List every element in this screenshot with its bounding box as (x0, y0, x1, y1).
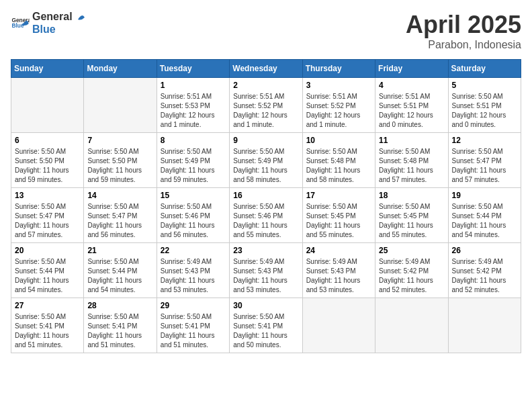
calendar-cell: 2Sunrise: 5:51 AMSunset: 5:52 PMDaylight… (230, 78, 302, 133)
calendar-cell: 4Sunrise: 5:51 AMSunset: 5:51 PMDaylight… (375, 78, 448, 133)
day-detail: Sunrise: 5:50 AMSunset: 5:41 PMDaylight:… (233, 312, 298, 350)
logo: General Blue General Blue (11, 11, 86, 36)
calendar-cell: 22Sunrise: 5:49 AMSunset: 5:43 PMDayligh… (157, 243, 229, 298)
day-detail: Sunrise: 5:50 AMSunset: 5:44 PMDaylight:… (15, 257, 80, 295)
page-header: General Blue General Blue April 2025 Par… (11, 11, 521, 51)
day-number: 20 (15, 246, 80, 255)
week-row-3: 13Sunrise: 5:50 AMSunset: 5:47 PMDayligh… (11, 188, 521, 243)
day-number: 23 (233, 246, 298, 255)
calendar-table: SundayMondayTuesdayWednesdayThursdayFrid… (11, 59, 521, 353)
day-number: 14 (87, 191, 152, 200)
day-detail: Sunrise: 5:50 AMSunset: 5:50 PMDaylight:… (87, 147, 152, 185)
day-number: 10 (306, 136, 371, 145)
day-detail: Sunrise: 5:50 AMSunset: 5:41 PMDaylight:… (87, 312, 152, 350)
calendar-cell: 21Sunrise: 5:50 AMSunset: 5:44 PMDayligh… (84, 243, 157, 298)
svg-text:Blue: Blue (11, 22, 24, 29)
calendar-cell: 17Sunrise: 5:50 AMSunset: 5:45 PMDayligh… (302, 188, 375, 243)
logo-text: General Blue (32, 11, 86, 36)
weekday-header-saturday: Saturday (448, 60, 521, 78)
day-number: 17 (306, 191, 371, 200)
calendar-cell: 12Sunrise: 5:50 AMSunset: 5:47 PMDayligh… (448, 133, 521, 188)
day-number: 24 (306, 246, 371, 255)
week-row-2: 6Sunrise: 5:50 AMSunset: 5:50 PMDaylight… (11, 133, 521, 188)
calendar-cell: 6Sunrise: 5:50 AMSunset: 5:50 PMDaylight… (11, 133, 84, 188)
calendar-cell: 14Sunrise: 5:50 AMSunset: 5:47 PMDayligh… (84, 188, 157, 243)
logo-icon: General Blue (11, 13, 30, 32)
day-number: 12 (452, 136, 517, 145)
day-detail: Sunrise: 5:51 AMSunset: 5:53 PMDaylight:… (161, 92, 226, 130)
day-detail: Sunrise: 5:50 AMSunset: 5:47 PMDaylight:… (87, 202, 152, 240)
calendar-cell: 10Sunrise: 5:50 AMSunset: 5:48 PMDayligh… (302, 133, 375, 188)
day-detail: Sunrise: 5:50 AMSunset: 5:51 PMDaylight:… (452, 92, 517, 130)
logo-blue-text: Blue (32, 24, 56, 35)
day-number: 9 (233, 136, 298, 145)
calendar-cell (302, 298, 375, 353)
day-number: 29 (161, 301, 226, 310)
calendar-cell: 11Sunrise: 5:50 AMSunset: 5:48 PMDayligh… (375, 133, 448, 188)
calendar-cell: 26Sunrise: 5:49 AMSunset: 5:42 PMDayligh… (448, 243, 521, 298)
day-detail: Sunrise: 5:50 AMSunset: 5:44 PMDaylight:… (87, 257, 152, 295)
calendar-cell: 16Sunrise: 5:50 AMSunset: 5:46 PMDayligh… (230, 188, 302, 243)
day-number: 8 (161, 136, 226, 145)
day-detail: Sunrise: 5:50 AMSunset: 5:48 PMDaylight:… (306, 147, 371, 185)
day-number: 1 (161, 81, 226, 90)
day-detail: Sunrise: 5:50 AMSunset: 5:41 PMDaylight:… (161, 312, 226, 350)
day-number: 15 (161, 191, 226, 200)
day-detail: Sunrise: 5:50 AMSunset: 5:49 PMDaylight:… (161, 147, 226, 185)
logo-wing-icon (73, 11, 85, 24)
day-detail: Sunrise: 5:50 AMSunset: 5:49 PMDaylight:… (233, 147, 298, 185)
calendar-cell: 27Sunrise: 5:50 AMSunset: 5:41 PMDayligh… (11, 298, 84, 353)
calendar-cell: 5Sunrise: 5:50 AMSunset: 5:51 PMDaylight… (448, 78, 521, 133)
weekday-header-wednesday: Wednesday (230, 60, 302, 78)
calendar-cell: 9Sunrise: 5:50 AMSunset: 5:49 PMDaylight… (230, 133, 302, 188)
day-detail: Sunrise: 5:50 AMSunset: 5:41 PMDaylight:… (15, 312, 80, 350)
calendar-cell: 13Sunrise: 5:50 AMSunset: 5:47 PMDayligh… (11, 188, 84, 243)
day-number: 19 (452, 191, 517, 200)
day-detail: Sunrise: 5:49 AMSunset: 5:43 PMDaylight:… (306, 257, 371, 295)
weekday-header-sunday: Sunday (11, 60, 84, 78)
calendar-cell: 15Sunrise: 5:50 AMSunset: 5:46 PMDayligh… (157, 188, 229, 243)
day-number: 28 (87, 301, 152, 310)
day-number: 5 (452, 81, 517, 90)
week-row-5: 27Sunrise: 5:50 AMSunset: 5:41 PMDayligh… (11, 298, 521, 353)
day-number: 13 (15, 191, 80, 200)
day-number: 22 (161, 246, 226, 255)
day-detail: Sunrise: 5:49 AMSunset: 5:42 PMDaylight:… (379, 257, 444, 295)
calendar-cell (375, 298, 448, 353)
weekday-header-row: SundayMondayTuesdayWednesdayThursdayFrid… (11, 60, 521, 78)
calendar-cell: 7Sunrise: 5:50 AMSunset: 5:50 PMDaylight… (84, 133, 157, 188)
calendar-cell: 1Sunrise: 5:51 AMSunset: 5:53 PMDaylight… (157, 78, 229, 133)
calendar-cell: 30Sunrise: 5:50 AMSunset: 5:41 PMDayligh… (230, 298, 302, 353)
day-detail: Sunrise: 5:50 AMSunset: 5:50 PMDaylight:… (15, 147, 80, 185)
day-number: 3 (306, 81, 371, 90)
day-detail: Sunrise: 5:49 AMSunset: 5:43 PMDaylight:… (233, 257, 298, 295)
day-detail: Sunrise: 5:50 AMSunset: 5:46 PMDaylight:… (233, 202, 298, 240)
day-detail: Sunrise: 5:51 AMSunset: 5:52 PMDaylight:… (306, 92, 371, 130)
weekday-header-tuesday: Tuesday (157, 60, 229, 78)
day-detail: Sunrise: 5:51 AMSunset: 5:51 PMDaylight:… (379, 92, 444, 130)
calendar-cell: 24Sunrise: 5:49 AMSunset: 5:43 PMDayligh… (302, 243, 375, 298)
calendar-location: Parabon, Indonesia (406, 39, 521, 51)
day-number: 30 (233, 301, 298, 310)
weekday-header-friday: Friday (375, 60, 448, 78)
title-area: April 2025 Parabon, Indonesia (406, 11, 521, 51)
day-number: 25 (379, 246, 444, 255)
calendar-cell: 23Sunrise: 5:49 AMSunset: 5:43 PMDayligh… (230, 243, 302, 298)
day-number: 16 (233, 191, 298, 200)
calendar-cell: 29Sunrise: 5:50 AMSunset: 5:41 PMDayligh… (157, 298, 229, 353)
week-row-4: 20Sunrise: 5:50 AMSunset: 5:44 PMDayligh… (11, 243, 521, 298)
day-detail: Sunrise: 5:50 AMSunset: 5:45 PMDaylight:… (306, 202, 371, 240)
day-detail: Sunrise: 5:51 AMSunset: 5:52 PMDaylight:… (233, 92, 298, 130)
day-detail: Sunrise: 5:49 AMSunset: 5:43 PMDaylight:… (161, 257, 226, 295)
calendar-cell (84, 78, 157, 133)
calendar-cell: 3Sunrise: 5:51 AMSunset: 5:52 PMDaylight… (302, 78, 375, 133)
calendar-cell: 18Sunrise: 5:50 AMSunset: 5:45 PMDayligh… (375, 188, 448, 243)
day-number: 21 (87, 246, 152, 255)
calendar-cell: 25Sunrise: 5:49 AMSunset: 5:42 PMDayligh… (375, 243, 448, 298)
weekday-header-thursday: Thursday (302, 60, 375, 78)
calendar-cell: 19Sunrise: 5:50 AMSunset: 5:44 PMDayligh… (448, 188, 521, 243)
day-detail: Sunrise: 5:50 AMSunset: 5:44 PMDaylight:… (452, 202, 517, 240)
day-detail: Sunrise: 5:50 AMSunset: 5:45 PMDaylight:… (379, 202, 444, 240)
day-number: 2 (233, 81, 298, 90)
day-number: 11 (379, 136, 444, 145)
